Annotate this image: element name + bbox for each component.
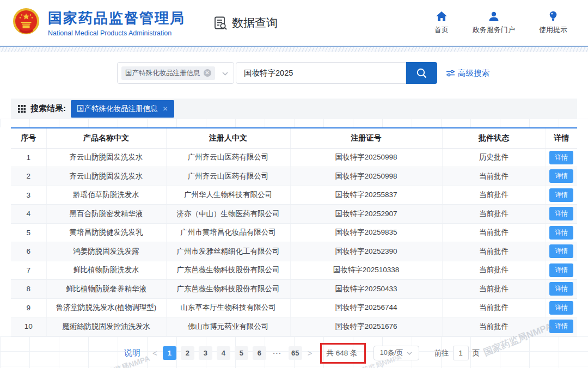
pager-page-5[interactable]: 5 [235,346,248,360]
pager-page-1[interactable]: 1 [163,346,176,360]
detail-button[interactable]: 详情 [549,263,573,277]
table-row: 1齐云山防脱固发洗发水广州齐云山医药有限公司国妆特字20250998历史批件详情 [11,148,577,167]
cell-status: 当前批件 [442,317,546,336]
cell-status: 当前批件 [442,242,546,261]
decorative-hatch-divider [0,47,588,52]
cell-cert-no: 国妆特字20250998 [290,167,442,186]
cell-registrant: 广州华人生物科技有限公司 [166,186,290,205]
result-filter-tag-label: 国产特殊化妆品注册信息 [77,104,158,114]
detail-button[interactable]: 详情 [549,151,573,164]
jump-suffix: 页 [473,348,480,358]
category-tag-label: 国产特殊化妆品注册信息 [125,69,200,78]
cell-index: 3 [11,186,46,205]
pager-page-3[interactable]: 3 [199,346,212,360]
grid-icon [18,105,26,113]
watermark-text: 国家药监局NMPA [91,353,151,368]
nav-label: 首页 [434,25,449,35]
cell-product: 鲁济堂防脱洗发水(植物调理型) [46,298,166,317]
cell-cert-no: 国妆特字20255837 [290,186,442,205]
sliders-icon [446,70,455,77]
search-input[interactable] [236,62,406,84]
nav-item-home[interactable]: 首页 [434,11,449,35]
cell-registrant: 广州齐云山医药有限公司 [166,167,290,186]
tag-remove-icon[interactable]: ✕ [204,69,211,77]
cell-cert-no: 国妆特字20259835 [290,223,442,242]
org-name-cn: 国家药品监督管理局 [48,9,185,28]
cell-index: 5 [11,223,46,242]
cell-cert-no: 国妆特字20256744 [290,298,442,317]
nav-label: 政务服务门户 [473,25,515,35]
detail-button[interactable]: 详情 [549,226,573,240]
cell-index: 7 [11,261,46,280]
cell-product: 齐云山防脱固发洗发水 [46,167,166,186]
results-table-body: 1齐云山防脱固发洗发水广州齐云山医药有限公司国妆特字20250998历史批件详情… [11,148,577,336]
nav-item-gov-portal[interactable]: 政务服务门户 [473,11,515,35]
top-nav: 首页 政务服务门户 使用提示 [434,11,567,35]
table-row: 2齐云山防脱固发洗发水广州齐云山医药有限公司国妆特字20250998当前批件详情 [11,167,577,186]
cell-cert-no: 国妆特字20250433 [290,280,442,299]
cell-status: 当前批件 [442,186,546,205]
cell-detail: 详情 [546,148,577,167]
search-button[interactable] [406,62,437,84]
pager-next-icon[interactable]: > [308,348,313,358]
bulb-icon [549,11,558,22]
detail-button[interactable]: 详情 [549,301,573,315]
total-count-label: 共 648 条 [327,349,358,357]
person-icon [488,11,500,22]
col-header-detail: 详情 [546,128,577,148]
detail-button[interactable]: 详情 [549,207,573,220]
cell-cert-no: 国妆特字20250998 [290,148,442,167]
table-row: 3黔瑶佰草防脱洗发水广州华人生物科技有限公司国妆特字20255837当前批件详情 [11,186,577,205]
pager-page-6[interactable]: 6 [253,346,266,360]
tag-close-icon[interactable]: ✕ [163,105,168,113]
advanced-search-link[interactable]: 高级搜索 [446,68,489,78]
table-row: 7鲜比植物防脱洗发水广东芭薇生物科技股份有限公司国妆特字202510338当前批… [11,261,577,280]
data-query-icon [213,16,228,30]
pager-page-2[interactable]: 2 [181,346,194,360]
cell-index: 10 [11,317,46,336]
note-link[interactable]: 说明 [124,348,140,358]
detail-button[interactable]: 详情 [549,320,573,333]
result-filter-tag[interactable]: 国产特殊化妆品注册信息 ✕ [71,100,174,118]
national-emblem-icon [12,8,40,38]
cell-index: 6 [11,242,46,261]
cell-cert-no: 国妆特字202510338 [290,261,442,280]
background-grid-strip [0,119,588,127]
cell-status: 当前批件 [442,205,546,224]
col-header-status: 批件状态 [442,128,546,148]
cell-index: 8 [11,280,46,299]
results-table: 序号 产品名称中文 注册人中文 注册证号 批件状态 详情 1齐云山防脱固发洗发水… [11,127,577,336]
detail-button[interactable]: 详情 [549,188,573,202]
pager-page-65[interactable]: 65 [289,346,302,360]
cell-product: 黑百合防脱密发精华液 [46,205,166,224]
results-bar: 搜索结果: 国产特殊化妆品注册信息 ✕ [11,99,577,119]
cell-status: 当前批件 [442,280,546,299]
detail-button[interactable]: 详情 [549,282,573,296]
cell-index: 2 [11,167,46,186]
table-row: 8鲜比植物防脱奢养精华液广东芭薇生物科技股份有限公司国妆特字20250433当前… [11,280,577,299]
cell-product: 鸿姜防脱固发洗发露 [46,242,166,261]
col-header-cert-no: 注册证号 [290,128,442,148]
jump-page-input[interactable] [453,346,469,360]
pager-prev-icon[interactable]: < [152,348,157,358]
jump-prefix: 前往 [434,348,449,358]
nav-item-usage-tips[interactable]: 使用提示 [539,11,567,35]
pager-page-4[interactable]: 4 [217,346,230,360]
category-select[interactable]: 国产特殊化妆品注册信息 ✕ [117,62,234,84]
detail-button[interactable]: 详情 [549,244,573,258]
cell-status: 历史批件 [442,148,546,167]
pager-ellipsis[interactable]: ··· [271,346,284,360]
nmpa-logo: 国家药品监督管理局 National Medical Products Admi… [12,8,185,38]
page-size-select[interactable]: 10条/页 [373,346,419,360]
logo-text: 国家药品监督管理局 National Medical Products Admi… [48,9,185,37]
table-header-row: 序号 产品名称中文 注册人中文 注册证号 批件状态 详情 [11,128,577,148]
cell-registrant: 广州市黄培昌化妆品有限公司 [166,223,290,242]
nav-label: 使用提示 [539,25,567,35]
cell-product: 黄培昌防脱健发洗发乳 [46,223,166,242]
cell-product: 鲜比植物防脱奢养精华液 [46,280,166,299]
detail-button[interactable]: 详情 [549,169,573,183]
cell-detail: 详情 [546,167,577,186]
cell-detail: 详情 [546,242,577,261]
category-tag[interactable]: 国产特殊化妆品注册信息 ✕ [121,66,215,80]
cell-index: 1 [11,148,46,167]
